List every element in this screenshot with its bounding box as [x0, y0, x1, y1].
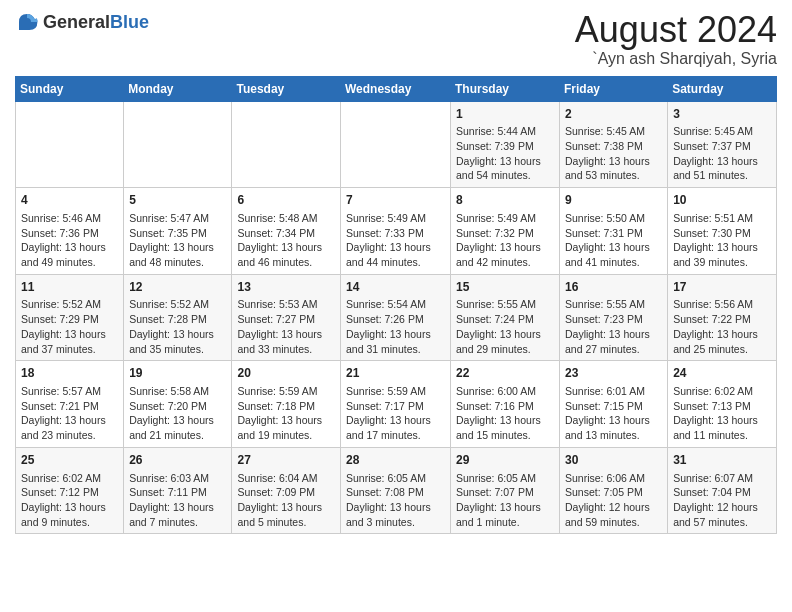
- title-block: August 2024 `Ayn ash Sharqiyah, Syria: [575, 10, 777, 68]
- day-number: 5: [129, 192, 226, 209]
- weekday-header-thursday: Thursday: [451, 76, 560, 101]
- day-number: 27: [237, 452, 335, 469]
- weekday-header-friday: Friday: [560, 76, 668, 101]
- calendar-cell: [341, 101, 451, 188]
- day-number: 15: [456, 279, 554, 296]
- day-number: 19: [129, 365, 226, 382]
- day-info: Sunrise: 5:57 AMSunset: 7:21 PMDaylight:…: [21, 384, 118, 443]
- day-info: Sunrise: 6:00 AMSunset: 7:16 PMDaylight:…: [456, 384, 554, 443]
- day-info: Sunrise: 5:52 AMSunset: 7:28 PMDaylight:…: [129, 297, 226, 356]
- calendar-cell: 13Sunrise: 5:53 AMSunset: 7:27 PMDayligh…: [232, 274, 341, 361]
- day-info: Sunrise: 6:04 AMSunset: 7:09 PMDaylight:…: [237, 471, 335, 530]
- day-number: 22: [456, 365, 554, 382]
- day-number: 26: [129, 452, 226, 469]
- day-number: 28: [346, 452, 445, 469]
- calendar-cell: 10Sunrise: 5:51 AMSunset: 7:30 PMDayligh…: [668, 188, 777, 275]
- day-info: Sunrise: 5:44 AMSunset: 7:39 PMDaylight:…: [456, 124, 554, 183]
- calendar-cell: 3Sunrise: 5:45 AMSunset: 7:37 PMDaylight…: [668, 101, 777, 188]
- day-number: 23: [565, 365, 662, 382]
- calendar-cell: 1Sunrise: 5:44 AMSunset: 7:39 PMDaylight…: [451, 101, 560, 188]
- calendar-cell: 28Sunrise: 6:05 AMSunset: 7:08 PMDayligh…: [341, 447, 451, 534]
- day-number: 2: [565, 106, 662, 123]
- calendar-cell: 21Sunrise: 5:59 AMSunset: 7:17 PMDayligh…: [341, 361, 451, 448]
- day-info: Sunrise: 5:59 AMSunset: 7:17 PMDaylight:…: [346, 384, 445, 443]
- day-number: 25: [21, 452, 118, 469]
- calendar-subtitle: `Ayn ash Sharqiyah, Syria: [575, 50, 777, 68]
- calendar-cell: 17Sunrise: 5:56 AMSunset: 7:22 PMDayligh…: [668, 274, 777, 361]
- day-info: Sunrise: 6:05 AMSunset: 7:07 PMDaylight:…: [456, 471, 554, 530]
- day-info: Sunrise: 6:07 AMSunset: 7:04 PMDaylight:…: [673, 471, 771, 530]
- weekday-header-saturday: Saturday: [668, 76, 777, 101]
- day-number: 29: [456, 452, 554, 469]
- calendar-cell: 14Sunrise: 5:54 AMSunset: 7:26 PMDayligh…: [341, 274, 451, 361]
- weekday-header-wednesday: Wednesday: [341, 76, 451, 101]
- day-info: Sunrise: 6:02 AMSunset: 7:13 PMDaylight:…: [673, 384, 771, 443]
- calendar-cell: 4Sunrise: 5:46 AMSunset: 7:36 PMDaylight…: [16, 188, 124, 275]
- day-number: 7: [346, 192, 445, 209]
- calendar-cell: 18Sunrise: 5:57 AMSunset: 7:21 PMDayligh…: [16, 361, 124, 448]
- logo-icon: [15, 10, 39, 34]
- day-number: 30: [565, 452, 662, 469]
- calendar-cell: 12Sunrise: 5:52 AMSunset: 7:28 PMDayligh…: [124, 274, 232, 361]
- day-number: 18: [21, 365, 118, 382]
- day-number: 21: [346, 365, 445, 382]
- calendar-cell: 25Sunrise: 6:02 AMSunset: 7:12 PMDayligh…: [16, 447, 124, 534]
- day-info: Sunrise: 6:03 AMSunset: 7:11 PMDaylight:…: [129, 471, 226, 530]
- day-number: 12: [129, 279, 226, 296]
- day-number: 10: [673, 192, 771, 209]
- day-number: 3: [673, 106, 771, 123]
- calendar-cell: 11Sunrise: 5:52 AMSunset: 7:29 PMDayligh…: [16, 274, 124, 361]
- calendar-title: August 2024: [575, 10, 777, 50]
- week-row-5: 25Sunrise: 6:02 AMSunset: 7:12 PMDayligh…: [16, 447, 777, 534]
- day-number: 20: [237, 365, 335, 382]
- calendar-cell: 20Sunrise: 5:59 AMSunset: 7:18 PMDayligh…: [232, 361, 341, 448]
- calendar-cell: [232, 101, 341, 188]
- day-number: 31: [673, 452, 771, 469]
- logo-text: GeneralBlue: [43, 12, 149, 33]
- logo-blue: Blue: [110, 12, 149, 32]
- day-number: 24: [673, 365, 771, 382]
- calendar-cell: 9Sunrise: 5:50 AMSunset: 7:31 PMDaylight…: [560, 188, 668, 275]
- calendar-cell: 31Sunrise: 6:07 AMSunset: 7:04 PMDayligh…: [668, 447, 777, 534]
- calendar-cell: 24Sunrise: 6:02 AMSunset: 7:13 PMDayligh…: [668, 361, 777, 448]
- calendar-cell: 23Sunrise: 6:01 AMSunset: 7:15 PMDayligh…: [560, 361, 668, 448]
- day-info: Sunrise: 6:06 AMSunset: 7:05 PMDaylight:…: [565, 471, 662, 530]
- day-number: 13: [237, 279, 335, 296]
- calendar-cell: 8Sunrise: 5:49 AMSunset: 7:32 PMDaylight…: [451, 188, 560, 275]
- day-number: 9: [565, 192, 662, 209]
- calendar-cell: 27Sunrise: 6:04 AMSunset: 7:09 PMDayligh…: [232, 447, 341, 534]
- day-info: Sunrise: 5:56 AMSunset: 7:22 PMDaylight:…: [673, 297, 771, 356]
- day-number: 8: [456, 192, 554, 209]
- calendar-cell: 15Sunrise: 5:55 AMSunset: 7:24 PMDayligh…: [451, 274, 560, 361]
- calendar-cell: 19Sunrise: 5:58 AMSunset: 7:20 PMDayligh…: [124, 361, 232, 448]
- day-info: Sunrise: 5:46 AMSunset: 7:36 PMDaylight:…: [21, 211, 118, 270]
- day-number: 6: [237, 192, 335, 209]
- calendar-cell: 29Sunrise: 6:05 AMSunset: 7:07 PMDayligh…: [451, 447, 560, 534]
- day-info: Sunrise: 6:05 AMSunset: 7:08 PMDaylight:…: [346, 471, 445, 530]
- calendar-cell: 5Sunrise: 5:47 AMSunset: 7:35 PMDaylight…: [124, 188, 232, 275]
- calendar-cell: 16Sunrise: 5:55 AMSunset: 7:23 PMDayligh…: [560, 274, 668, 361]
- logo-general: General: [43, 12, 110, 32]
- weekday-header-tuesday: Tuesday: [232, 76, 341, 101]
- day-info: Sunrise: 5:51 AMSunset: 7:30 PMDaylight:…: [673, 211, 771, 270]
- day-info: Sunrise: 5:59 AMSunset: 7:18 PMDaylight:…: [237, 384, 335, 443]
- day-info: Sunrise: 5:52 AMSunset: 7:29 PMDaylight:…: [21, 297, 118, 356]
- day-info: Sunrise: 5:45 AMSunset: 7:37 PMDaylight:…: [673, 124, 771, 183]
- weekday-header-sunday: Sunday: [16, 76, 124, 101]
- day-number: 17: [673, 279, 771, 296]
- week-row-1: 1Sunrise: 5:44 AMSunset: 7:39 PMDaylight…: [16, 101, 777, 188]
- calendar-cell: [16, 101, 124, 188]
- day-info: Sunrise: 5:55 AMSunset: 7:23 PMDaylight:…: [565, 297, 662, 356]
- calendar-cell: [124, 101, 232, 188]
- day-info: Sunrise: 6:01 AMSunset: 7:15 PMDaylight:…: [565, 384, 662, 443]
- day-info: Sunrise: 5:47 AMSunset: 7:35 PMDaylight:…: [129, 211, 226, 270]
- week-row-2: 4Sunrise: 5:46 AMSunset: 7:36 PMDaylight…: [16, 188, 777, 275]
- day-info: Sunrise: 5:50 AMSunset: 7:31 PMDaylight:…: [565, 211, 662, 270]
- week-row-4: 18Sunrise: 5:57 AMSunset: 7:21 PMDayligh…: [16, 361, 777, 448]
- day-info: Sunrise: 5:55 AMSunset: 7:24 PMDaylight:…: [456, 297, 554, 356]
- calendar-cell: 2Sunrise: 5:45 AMSunset: 7:38 PMDaylight…: [560, 101, 668, 188]
- calendar-cell: 30Sunrise: 6:06 AMSunset: 7:05 PMDayligh…: [560, 447, 668, 534]
- day-number: 16: [565, 279, 662, 296]
- calendar-cell: 22Sunrise: 6:00 AMSunset: 7:16 PMDayligh…: [451, 361, 560, 448]
- calendar-cell: 26Sunrise: 6:03 AMSunset: 7:11 PMDayligh…: [124, 447, 232, 534]
